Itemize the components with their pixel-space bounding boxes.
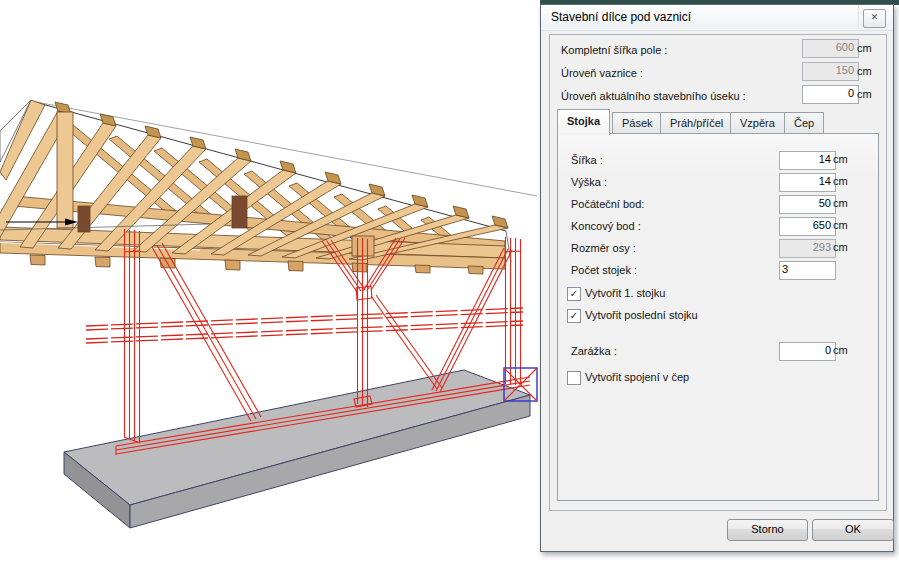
unit-sirka: cm <box>833 153 848 165</box>
input-pocatecni-bod[interactable]: 50 <box>779 195 836 214</box>
tab-vzpera[interactable]: Vzpěra <box>730 112 785 133</box>
field-label-koncovy-bod: Koncový bod : <box>571 220 641 232</box>
ok-button[interactable]: OK <box>812 519 894 541</box>
field-label-rozmer-osy: Rozměr osy : <box>571 242 636 254</box>
input-pocet-stojek[interactable]: 3 <box>779 261 836 280</box>
field-label-sirka: Šířka : <box>571 154 603 166</box>
unit-rozmer-osy: cm <box>833 241 848 253</box>
checkbox-vytvorit-1-stojku[interactable]: ✓ <box>567 287 581 301</box>
checkbox-vytvorit-spojeni-v-cep[interactable] <box>567 371 581 385</box>
input-rozmer-osy[interactable]: 293 <box>779 239 836 258</box>
tab-prah-pricel[interactable]: Práh/příčel <box>660 112 733 133</box>
close-icon[interactable]: ✕ <box>863 9 886 28</box>
3d-viewport[interactable] <box>0 0 540 574</box>
input-uroven-vaznice[interactable]: 150 <box>802 62 859 81</box>
tab-stojka[interactable]: Stojka <box>557 109 610 135</box>
checkbox-vytvorit-posledni-stojku[interactable]: ✓ <box>567 309 581 323</box>
field-label-vyska: Výška : <box>571 176 607 188</box>
input-uroven-useku[interactable]: 0 <box>802 85 859 104</box>
input-zarazka[interactable]: 0 <box>779 342 836 361</box>
checkbox-label-vytvorit-1-stojku: Vytvořit 1. stojku <box>585 287 665 299</box>
field-label-zarazka: Zarážka : <box>571 345 617 357</box>
tab-pasek[interactable]: Pásek <box>612 112 663 133</box>
cancel-button[interactable]: Storno <box>727 519 808 541</box>
input-sirka[interactable]: 14 <box>779 151 836 170</box>
unit-kompletni-sirka: cm <box>857 42 872 54</box>
dialog-stavebni-dilce: Stavební dílce pod vaznicí ✕ Kompletní š… <box>540 4 894 552</box>
unit-pocatecni-bod: cm <box>833 197 848 209</box>
unit-zarazka: cm <box>833 344 848 356</box>
concrete-slab <box>64 370 530 528</box>
input-vyska[interactable]: 14 <box>779 173 836 192</box>
field-label-pocatecni-bod: Počáteční bod: <box>571 198 644 210</box>
screen: Stavební dílce pod vaznicí ✕ Kompletní š… <box>0 0 899 574</box>
titlebar-glass-line <box>858 6 859 29</box>
tab-cep[interactable]: Čep <box>784 112 824 133</box>
checkbox-label-vytvorit-spojeni-v-cep: Vytvořit spojení v čep <box>585 371 689 383</box>
unit-koncovy-bod: cm <box>833 219 848 231</box>
checkbox-label-vytvorit-posledni-stojku: Vytvořit poslední stojku <box>585 309 698 321</box>
field-label-kompletni-sirka: Kompletní šířka pole : <box>561 44 667 56</box>
field-label-uroven-useku: Úroveň aktuálního stavebního úseku : <box>561 90 746 102</box>
unit-uroven-useku: cm <box>857 88 872 100</box>
dialog-titlebar[interactable]: Stavební dílce pod vaznicí ✕ <box>541 5 893 31</box>
field-label-uroven-vaznice: Úroveň vaznice : <box>561 67 643 79</box>
field-label-pocet-stojek: Počet stojek : <box>571 264 637 276</box>
input-koncovy-bod[interactable]: 650 <box>779 217 836 236</box>
unit-vyska: cm <box>833 175 848 187</box>
roof-structure <box>0 100 537 274</box>
input-kompletni-sirka[interactable]: 600 <box>802 39 859 58</box>
unit-uroven-vaznice: cm <box>857 65 872 77</box>
dialog-title: Stavební dílce pod vaznicí <box>551 10 691 24</box>
